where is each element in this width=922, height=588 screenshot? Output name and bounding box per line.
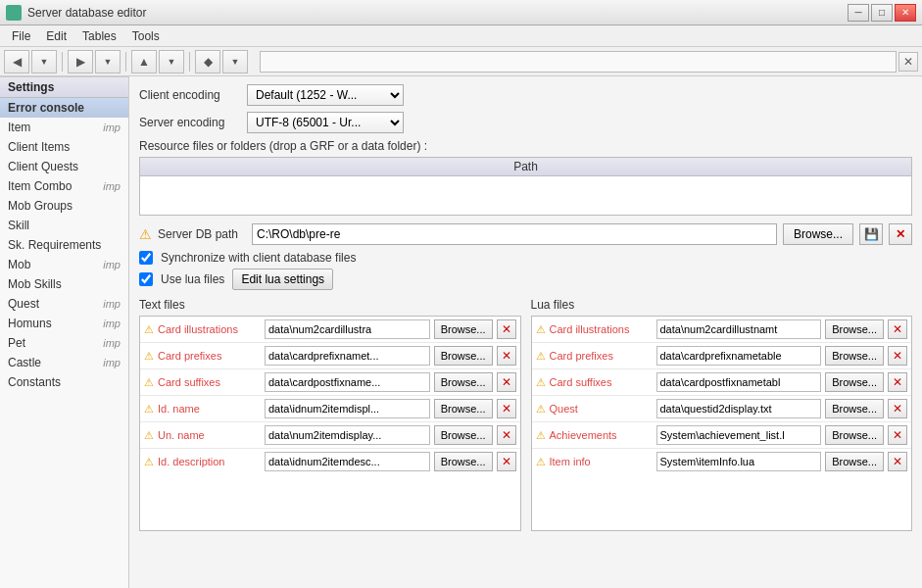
undo-dropdown-button[interactable]: ▼ [31,50,57,74]
text-files-list: ⚠ Card illustrations Browse... ✕ ⚠ Card … [139,316,521,531]
text-file-remove-1[interactable]: ✕ [497,346,516,366]
menu-tables[interactable]: Tables [74,27,124,45]
text-file-path-input-4[interactable] [265,425,430,445]
text-file-path-input-1[interactable] [265,346,430,366]
server-encoding-label: Server encoding [139,116,247,129]
menu-edit[interactable]: Edit [38,27,74,45]
text-file-row-0: ⚠ Card illustrations Browse... ✕ [140,317,520,343]
sidebar-item-item[interactable]: Item imp [0,118,128,137]
sidebar-item-homuns[interactable]: Homuns imp [0,314,128,333]
lua-file-row-5: ⚠ Item info Browse... ✕ [532,449,912,474]
text-file-browse-4[interactable]: Browse... [434,425,493,445]
action-dropdown-2[interactable]: ▼ [222,50,248,74]
sidebar-item-skill[interactable]: Skill [0,216,128,235]
text-file-browse-1[interactable]: Browse... [434,346,493,366]
close-button[interactable]: ✕ [895,4,916,22]
lua-file-browse-1[interactable]: Browse... [825,346,884,366]
text-file-path-input-2[interactable] [265,372,430,392]
lua-file-remove-0[interactable]: ✕ [888,319,907,339]
sync-label[interactable]: Synchronize with client database files [161,251,356,265]
use-lua-row: Use lua files Edit lua settings [139,269,912,290]
undo-button[interactable]: ◀ [4,50,29,74]
edit-lua-button[interactable]: Edit lua settings [232,269,333,290]
text-file-remove-5[interactable]: ✕ [497,452,516,471]
lua-file-browse-0[interactable]: Browse... [825,319,884,339]
lua-file-path-input-4[interactable] [656,425,822,445]
server-db-path-input[interactable] [252,223,777,245]
resource-table: Path [139,157,912,216]
text-file-row-2: ⚠ Card suffixes Browse... ✕ [140,369,520,396]
text-file-remove-3[interactable]: ✕ [497,399,516,418]
use-lua-label[interactable]: Use lua files [161,272,224,286]
sidebar-item-error-console[interactable]: Error console [0,98,128,118]
menu-tools[interactable]: Tools [124,27,168,45]
maximize-button[interactable]: □ [871,4,893,22]
action-button-1[interactable]: ▲ [131,50,157,74]
text-file-row-4: ⚠ Un. name Browse... ✕ [140,422,520,449]
sidebar-item-client-items[interactable]: Client Items [0,137,128,157]
text-file-warning-1: ⚠ [144,350,154,363]
app-icon [6,5,22,21]
sidebar: Settings Error console Item imp Client I… [0,76,129,588]
text-file-path-input-0[interactable] [265,319,430,339]
sidebar-item-constants[interactable]: Constants [0,372,128,392]
lua-file-warning-0: ⚠ [536,323,546,336]
sidebar-item-mob-groups[interactable]: Mob Groups [0,196,128,216]
sidebar-item-castle[interactable]: Castle imp [0,353,128,372]
lua-files-title: Lua files [531,298,913,312]
lua-file-warning-3: ⚠ [536,403,546,416]
server-db-save-icon-button[interactable]: 💾 [859,223,883,245]
search-input[interactable] [260,51,897,73]
text-file-browse-0[interactable]: Browse... [434,319,493,339]
lua-file-path-input-0[interactable] [656,319,822,339]
lua-file-browse-4[interactable]: Browse... [825,425,884,445]
sync-checkbox[interactable] [139,251,153,265]
menu-file[interactable]: File [4,27,38,45]
lua-file-path-input-3[interactable] [656,399,822,418]
lua-file-remove-3[interactable]: ✕ [888,399,907,418]
lua-file-warning-2: ⚠ [536,376,546,389]
server-db-browse-button[interactable]: Browse... [783,223,853,245]
text-file-remove-4[interactable]: ✕ [497,425,516,445]
client-encoding-select[interactable]: Default (1252 - W... [247,84,404,106]
sidebar-item-mob-skills[interactable]: Mob Skills [0,274,128,294]
sidebar-item-quest[interactable]: Quest imp [0,294,128,314]
redo-dropdown-button[interactable]: ▼ [95,50,121,74]
text-file-browse-5[interactable]: Browse... [434,452,493,471]
text-file-remove-2[interactable]: ✕ [497,372,516,392]
server-encoding-select[interactable]: UTF-8 (65001 - Ur... [247,112,404,133]
lua-file-remove-5[interactable]: ✕ [888,452,907,471]
resource-section: Resource files or folders (drop a GRF or… [139,139,912,216]
lua-file-browse-3[interactable]: Browse... [825,399,884,418]
lua-file-path-input-2[interactable] [656,372,822,392]
lua-file-path-input-5[interactable] [656,452,822,471]
server-db-remove-button[interactable]: ✕ [889,223,912,245]
sidebar-item-client-quests[interactable]: Client Quests [0,157,128,176]
action-dropdown-1[interactable]: ▼ [159,50,184,74]
lua-file-warning-5: ⚠ [536,456,546,468]
sidebar-item-sk-requirements[interactable]: Sk. Requirements [0,235,128,255]
lua-file-browse-5[interactable]: Browse... [825,452,884,471]
sidebar-item-pet[interactable]: Pet imp [0,333,128,353]
action-button-2[interactable]: ◆ [195,50,220,74]
lua-file-browse-2[interactable]: Browse... [825,372,884,392]
redo-button[interactable]: ▶ [68,50,93,74]
lua-file-path-input-1[interactable] [656,346,822,366]
text-file-browse-2[interactable]: Browse... [434,372,493,392]
menu-bar: File Edit Tables Tools [0,25,922,47]
files-section: Text files ⚠ Card illustrations Browse..… [139,298,912,531]
lua-file-row-0: ⚠ Card illustrations Browse... ✕ [532,317,912,343]
text-file-remove-0[interactable]: ✕ [497,319,516,339]
text-file-path-input-3[interactable] [265,399,430,418]
sidebar-item-item-combo[interactable]: Item Combo imp [0,176,128,196]
use-lua-checkbox[interactable] [139,272,153,286]
minimize-button[interactable]: ─ [848,4,869,22]
lua-file-remove-1[interactable]: ✕ [888,346,907,366]
sidebar-item-mob[interactable]: Mob imp [0,255,128,274]
lua-file-remove-2[interactable]: ✕ [888,372,907,392]
search-clear-button[interactable]: ✕ [898,52,918,72]
lua-file-remove-4[interactable]: ✕ [888,425,907,445]
toolbar: ◀ ▼ ▶ ▼ ▲ ▼ ◆ ▼ ✕ [0,47,922,76]
text-file-browse-3[interactable]: Browse... [434,399,493,418]
text-file-path-input-5[interactable] [265,452,430,471]
